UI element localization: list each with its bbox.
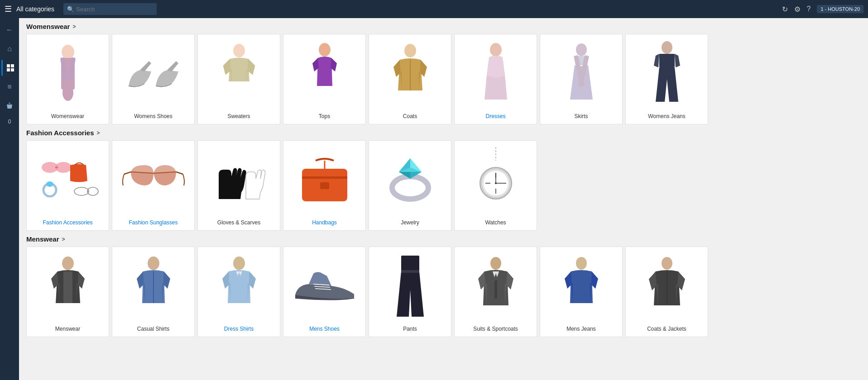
card-label: Fashion Accessories bbox=[27, 217, 109, 226]
svg-point-63 bbox=[576, 257, 587, 270]
svg-rect-32 bbox=[320, 182, 329, 189]
section-arrow: > bbox=[72, 24, 76, 30]
svg-point-51 bbox=[62, 256, 74, 270]
card-label: Womenswear bbox=[27, 110, 109, 119]
category-card-womenswear[interactable]: Womenswear bbox=[26, 34, 109, 124]
category-card-mens-shoes[interactable]: Mens Shoes bbox=[283, 247, 366, 337]
section-header-accessories[interactable]: Fashion Accessories > bbox=[26, 129, 861, 137]
card-label: Womens Shoes bbox=[112, 110, 194, 119]
card-image bbox=[540, 34, 622, 110]
card-label: Suits & Sportcoats bbox=[455, 323, 537, 332]
card-image bbox=[455, 247, 537, 323]
category-card-skirts[interactable]: Skirts bbox=[540, 34, 623, 124]
category-card-pants[interactable]: Pants bbox=[369, 247, 451, 337]
card-label: Handbags bbox=[283, 217, 365, 226]
user-label[interactable]: 1 - HOUSTON-20 bbox=[817, 5, 863, 13]
svg-rect-62 bbox=[494, 280, 497, 299]
category-card-coats-jackets[interactable]: Coats & Jackets bbox=[625, 247, 708, 337]
svg-point-19 bbox=[662, 41, 672, 54]
search-icon: 🔍 bbox=[67, 6, 74, 13]
card-label: Tops bbox=[283, 110, 365, 119]
settings-icon[interactable]: ⚙ bbox=[794, 5, 801, 14]
category-card-sweaters[interactable]: Sweaters bbox=[197, 34, 280, 124]
svg-point-11 bbox=[322, 50, 327, 53]
category-card-mens-jeans[interactable]: Mens Jeans bbox=[540, 247, 623, 337]
category-card-handbags[interactable]: Handbags bbox=[283, 140, 366, 231]
sidebar-grid[interactable] bbox=[1, 60, 18, 76]
svg-rect-59 bbox=[401, 256, 419, 271]
svg-point-8 bbox=[62, 85, 73, 101]
card-label: Gloves & Scarves bbox=[198, 217, 280, 226]
svg-point-61 bbox=[490, 257, 501, 270]
svg-point-10 bbox=[319, 43, 331, 57]
card-image bbox=[27, 34, 109, 110]
hamburger-icon[interactable]: ☰ bbox=[5, 4, 12, 14]
category-card-casual-shirts[interactable]: Casual Shirts bbox=[112, 247, 195, 337]
section-arrow: > bbox=[97, 130, 100, 136]
category-card-womens-jeans[interactable]: Womens Jeans bbox=[625, 34, 708, 124]
main-layout: ← ⌂ ≡ 0 Womenswear > Womenswear bbox=[0, 18, 868, 380]
sidebar: ← ⌂ ≡ 0 bbox=[0, 18, 19, 380]
card-image bbox=[283, 34, 365, 110]
svg-rect-3 bbox=[11, 68, 14, 71]
card-image bbox=[283, 141, 365, 217]
topbar-title: All categories bbox=[16, 5, 54, 13]
card-label: Jewelry bbox=[369, 217, 451, 226]
svg-point-26 bbox=[74, 187, 89, 195]
card-image bbox=[198, 34, 280, 110]
sidebar-menu[interactable]: ≡ bbox=[1, 79, 18, 95]
svg-point-50 bbox=[495, 182, 497, 184]
help-icon[interactable]: ? bbox=[807, 5, 811, 13]
sidebar-badge: 0 bbox=[8, 119, 11, 125]
category-card-fashion-accessories[interactable]: Fashion Accessories bbox=[26, 140, 109, 231]
card-label: Dress Shirts bbox=[198, 323, 280, 332]
card-image bbox=[369, 247, 451, 323]
category-card-dresses[interactable]: Dresses bbox=[454, 34, 537, 124]
category-card-dress-shirts[interactable]: Dress Shirts bbox=[197, 247, 280, 337]
card-image bbox=[455, 141, 537, 217]
card-label: Sweaters bbox=[198, 110, 280, 119]
topbar: ☰ All categories 🔍 ↻ ⚙ ? 1 - HOUSTON-20 bbox=[0, 0, 868, 18]
category-card-jewelry[interactable]: Jewelry bbox=[369, 140, 451, 231]
svg-rect-60 bbox=[401, 270, 419, 273]
content-area: Womenswear > Womenswear bbox=[19, 18, 868, 380]
category-card-coats[interactable]: Coats bbox=[369, 34, 451, 124]
card-image bbox=[112, 34, 194, 110]
card-label: Casual Shirts bbox=[112, 323, 194, 332]
card-image bbox=[540, 247, 622, 323]
svg-point-4 bbox=[62, 45, 74, 59]
category-card-tops[interactable]: Tops bbox=[283, 34, 366, 124]
section-header-womenswear[interactable]: Womenswear > bbox=[26, 23, 861, 30]
section-header-menswear[interactable]: Menswear > bbox=[26, 235, 861, 243]
card-image bbox=[369, 34, 451, 110]
sidebar-bag[interactable] bbox=[1, 98, 18, 114]
sidebar-home[interactable]: ⌂ bbox=[1, 41, 18, 57]
category-card-suits[interactable]: Suits & Sportcoats bbox=[454, 247, 537, 337]
card-image bbox=[27, 247, 109, 323]
card-label: Mens Shoes bbox=[283, 323, 365, 332]
section-menswear: Menswear > Menswear Casual Shirts bbox=[26, 235, 861, 337]
category-card-fashion-sunglasses[interactable]: Fashion Sunglasses bbox=[112, 140, 195, 231]
card-label: Womens Jeans bbox=[626, 110, 708, 119]
card-image bbox=[283, 247, 365, 323]
card-image bbox=[626, 34, 708, 110]
card-label: Watches bbox=[455, 217, 537, 226]
category-card-menswear[interactable]: Menswear bbox=[26, 247, 109, 337]
search-input[interactable] bbox=[63, 3, 157, 15]
svg-point-55 bbox=[233, 256, 245, 270]
section-fashion-accessories: Fashion Accessories > bbox=[26, 129, 861, 231]
card-image bbox=[112, 141, 194, 217]
card-label: Coats & Jackets bbox=[626, 323, 708, 332]
category-card-gloves-scarves[interactable]: Gloves & Scarves bbox=[197, 140, 280, 231]
card-label: Pants bbox=[369, 323, 451, 332]
svg-rect-1 bbox=[11, 64, 14, 67]
category-card-womens-shoes[interactable]: Womens Shoes bbox=[112, 34, 195, 124]
category-card-watches[interactable]: Watches bbox=[454, 140, 537, 231]
card-image bbox=[198, 247, 280, 323]
svg-point-9 bbox=[233, 44, 245, 57]
svg-point-53 bbox=[148, 256, 159, 270]
sidebar-back[interactable]: ← bbox=[1, 22, 18, 38]
svg-point-64 bbox=[662, 257, 672, 270]
refresh-icon[interactable]: ↻ bbox=[782, 5, 788, 14]
svg-point-34 bbox=[392, 176, 428, 199]
